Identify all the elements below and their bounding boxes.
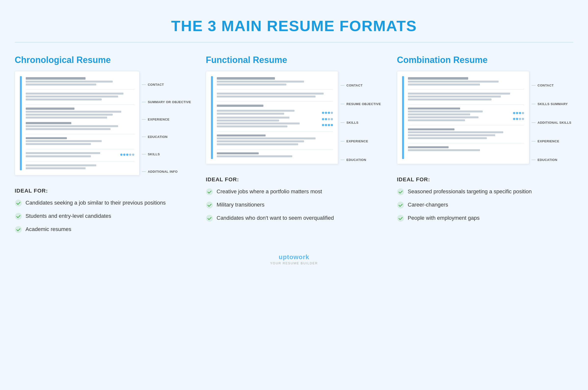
ideal-item-1-2: Students and entry-level candidates xyxy=(15,212,191,220)
svg-point-6 xyxy=(397,188,404,195)
combo-skills-summary xyxy=(408,93,524,100)
ideal-text-1-2: Students and entry-level candidates xyxy=(25,212,111,220)
exp2-l2 xyxy=(26,128,110,130)
combination-title: Combination Resume xyxy=(397,55,573,65)
label-additional: ADDITIONAL INFO xyxy=(142,170,191,173)
s1 xyxy=(26,93,123,95)
check-icon-2-2 xyxy=(206,201,213,209)
ideal-text-3-1: Seasoned professionals targeting a speci… xyxy=(408,188,532,195)
svg-point-2 xyxy=(15,226,22,233)
functional-ideal-for: IDEAL FOR: Creative jobs where a portfol… xyxy=(206,174,382,222)
subtitle-line xyxy=(26,81,113,83)
label-func-contact: CONTACT xyxy=(341,84,382,87)
combo-add-skills xyxy=(408,107,524,121)
experience-block xyxy=(26,107,134,130)
check-icon-1-2 xyxy=(15,213,22,220)
skills-block xyxy=(26,152,134,157)
check-icon-3-1 xyxy=(397,188,404,195)
ideal-item-1-3: Academic resumes xyxy=(15,225,191,233)
sk2 xyxy=(26,155,91,157)
svg-point-0 xyxy=(15,200,22,206)
ideal-item-3-2: Career-changers xyxy=(397,201,573,209)
combo-experience xyxy=(408,128,524,139)
func-name xyxy=(217,77,275,80)
education-block xyxy=(26,137,134,145)
combo-education xyxy=(408,146,524,151)
logo-tagline: YOUR RESUME BUILDER xyxy=(15,261,573,265)
columns-container: Chronological Resume xyxy=(15,55,573,239)
sk1 xyxy=(26,152,100,154)
functional-resume-card xyxy=(206,71,338,164)
func-resume-left xyxy=(217,76,333,159)
divider-3 xyxy=(26,134,134,134)
edu-l1 xyxy=(26,140,102,142)
svg-point-7 xyxy=(397,202,404,208)
check-icon-2-3 xyxy=(206,215,213,222)
svg-point-5 xyxy=(206,215,213,222)
chronological-column: Chronological Resume xyxy=(15,55,191,239)
check-icon-1-1 xyxy=(15,199,22,207)
exp-title2 xyxy=(26,122,71,124)
ideal-for-heading-3: IDEAL FOR: xyxy=(397,176,573,183)
check-icon-2-1 xyxy=(206,188,213,195)
svg-point-3 xyxy=(206,188,213,195)
ideal-item-3-1: Seasoned professionals targeting a speci… xyxy=(397,188,573,195)
svg-point-1 xyxy=(15,213,22,220)
combination-ideal-for: IDEAL FOR: Seasoned professionals target… xyxy=(397,174,573,222)
combo-blue-bar xyxy=(402,76,404,159)
divider-2 xyxy=(26,104,134,105)
ideal-item-2-1: Creative jobs where a portfolio matters … xyxy=(206,188,382,195)
ideal-text-3-2: Career-changers xyxy=(408,201,448,209)
exp-l1 xyxy=(26,111,121,113)
ideal-item-1-1: Candidates seeking a job similar to thei… xyxy=(15,199,191,207)
check-icon-3-3 xyxy=(397,215,404,222)
chronological-labels: CONTACT SUMMARY OR OBJECTIVE EXPERIENCE … xyxy=(139,71,191,185)
edu-l2 xyxy=(26,143,91,145)
func-skills-section xyxy=(217,105,333,127)
check-icon-3-2 xyxy=(397,201,404,209)
add-l2 xyxy=(26,167,86,169)
exp-l2 xyxy=(26,114,113,116)
ideal-text-1-3: Academic resumes xyxy=(25,225,71,233)
chronological-ideal-for: IDEAL FOR: Candidates seeking a job simi… xyxy=(15,185,191,233)
chronological-resume-card xyxy=(15,71,139,175)
divider-5 xyxy=(26,161,134,161)
blue-accent-bar xyxy=(20,76,22,170)
label-combo-add-skills: ADDITIONAL SKILLS xyxy=(532,121,573,124)
ideal-item-2-2: Military transitioners xyxy=(206,201,382,209)
s3 xyxy=(26,98,102,100)
label-combo-skills-summary: SKILLS SUMMARY xyxy=(532,102,573,106)
logo-name: uptowork xyxy=(15,253,573,261)
ideal-item-2-3: Candidates who don't want to seem overqu… xyxy=(206,214,382,222)
ideal-text-2-2: Military transitioners xyxy=(217,201,265,209)
ideal-for-heading-1: IDEAL FOR: xyxy=(15,188,191,194)
additional-block xyxy=(26,164,134,169)
func-sub1 xyxy=(217,81,304,83)
func-blue-bar xyxy=(211,76,213,159)
ideal-item-3-3: People with employment gaps xyxy=(397,214,573,222)
label-combo-education: EDUCATION xyxy=(532,158,573,162)
combo-header xyxy=(408,77,524,86)
label-contact: CONTACT xyxy=(142,83,191,87)
combination-column: Combination Resume xyxy=(397,55,573,227)
contact-line xyxy=(26,84,96,86)
label-combo-experience: EXPERIENCE xyxy=(532,139,573,143)
functional-column: Functional Resume xyxy=(206,55,382,227)
page-title: THE 3 MAIN RESUME FORMATS xyxy=(15,10,573,40)
chronological-title: Chronological Resume xyxy=(15,55,191,65)
func-education xyxy=(217,152,333,157)
s2 xyxy=(26,96,118,98)
label-skills: SKILLS xyxy=(142,152,191,156)
label-func-education: EDUCATION xyxy=(341,158,382,162)
label-education: EDUCATION xyxy=(142,135,191,139)
combination-resume-wrapper: CONTACT SKILLS SUMMARY ADDITIONAL SKILLS… xyxy=(397,71,573,174)
combination-resume-card xyxy=(397,71,529,164)
chronological-resume-wrapper: CONTACT SUMMARY OR OBJECTIVE EXPERIENCE … xyxy=(15,71,191,185)
name-line xyxy=(26,77,86,80)
divider-4 xyxy=(26,149,134,149)
functional-title: Functional Resume xyxy=(206,55,382,65)
svg-point-8 xyxy=(397,215,404,222)
label-func-objective: RESUME OBJECTIVE xyxy=(341,102,382,106)
func-header xyxy=(217,77,333,86)
label-func-experience: EXPERIENCE xyxy=(341,139,382,143)
